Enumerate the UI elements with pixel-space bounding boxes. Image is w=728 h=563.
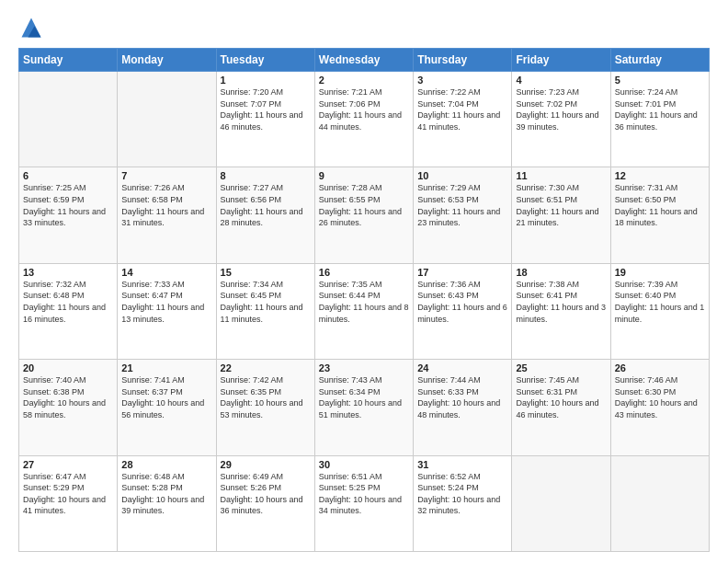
calendar-cell: 25 Sunrise: 7:45 AM Sunset: 6:31 PM Dayl… xyxy=(512,360,610,455)
day-info: Sunrise: 7:42 AM Sunset: 6:35 PM Dayligh… xyxy=(221,374,311,420)
calendar-cell: 20 Sunrise: 7:40 AM Sunset: 6:38 PM Dayl… xyxy=(19,360,118,455)
calendar-week-4: 20 Sunrise: 7:40 AM Sunset: 6:38 PM Dayl… xyxy=(19,360,710,455)
day-number: 20 xyxy=(23,362,113,373)
day-number: 2 xyxy=(319,75,409,86)
day-number: 1 xyxy=(221,75,311,86)
calendar-cell xyxy=(118,72,216,167)
day-number: 26 xyxy=(615,362,705,373)
day-info: Sunrise: 7:44 AM Sunset: 6:33 PM Dayligh… xyxy=(417,374,507,420)
calendar-cell: 12 Sunrise: 7:31 AM Sunset: 6:50 PM Dayl… xyxy=(610,167,709,263)
calendar-cell: 6 Sunrise: 7:25 AM Sunset: 6:59 PM Dayli… xyxy=(19,167,118,263)
calendar-cell: 23 Sunrise: 7:43 AM Sunset: 6:34 PM Dayl… xyxy=(314,360,413,455)
weekday-header-friday: Friday xyxy=(512,49,610,72)
day-number: 6 xyxy=(23,170,113,181)
calendar-cell: 10 Sunrise: 7:29 AM Sunset: 6:53 PM Dayl… xyxy=(414,167,512,263)
weekday-header-saturday: Saturday xyxy=(610,49,709,72)
day-number: 28 xyxy=(121,459,211,470)
day-info: Sunrise: 7:41 AM Sunset: 6:37 PM Dayligh… xyxy=(121,374,211,420)
calendar-cell: 2 Sunrise: 7:21 AM Sunset: 7:06 PM Dayli… xyxy=(314,72,413,167)
calendar-cell: 26 Sunrise: 7:46 AM Sunset: 6:30 PM Dayl… xyxy=(610,360,709,455)
day-info: Sunrise: 7:26 AM Sunset: 6:58 PM Dayligh… xyxy=(121,182,211,228)
day-number: 3 xyxy=(417,75,507,86)
day-info: Sunrise: 7:30 AM Sunset: 6:51 PM Dayligh… xyxy=(516,182,606,228)
logo xyxy=(18,15,48,40)
calendar-cell: 24 Sunrise: 7:44 AM Sunset: 6:33 PM Dayl… xyxy=(414,360,512,455)
weekday-header-wednesday: Wednesday xyxy=(314,49,413,72)
calendar-week-1: 1 Sunrise: 7:20 AM Sunset: 7:07 PM Dayli… xyxy=(19,72,710,167)
calendar-cell: 30 Sunrise: 6:51 AM Sunset: 5:25 PM Dayl… xyxy=(314,455,413,551)
day-number: 16 xyxy=(319,267,409,278)
calendar-cell: 13 Sunrise: 7:32 AM Sunset: 6:48 PM Dayl… xyxy=(19,263,118,359)
calendar-cell: 31 Sunrise: 6:52 AM Sunset: 5:24 PM Dayl… xyxy=(414,455,512,551)
day-number: 23 xyxy=(319,362,409,373)
weekday-header-thursday: Thursday xyxy=(414,49,512,72)
day-info: Sunrise: 7:39 AM Sunset: 6:40 PM Dayligh… xyxy=(615,279,705,325)
calendar-cell xyxy=(19,72,118,167)
day-number: 30 xyxy=(319,459,409,470)
day-info: Sunrise: 7:40 AM Sunset: 6:38 PM Dayligh… xyxy=(23,374,113,420)
day-number: 27 xyxy=(23,459,113,470)
day-info: Sunrise: 6:47 AM Sunset: 5:29 PM Dayligh… xyxy=(23,471,113,517)
page: SundayMondayTuesdayWednesdayThursdayFrid… xyxy=(0,0,728,563)
calendar-cell: 17 Sunrise: 7:36 AM Sunset: 6:43 PM Dayl… xyxy=(414,263,512,359)
day-number: 29 xyxy=(221,459,311,470)
day-info: Sunrise: 7:34 AM Sunset: 6:45 PM Dayligh… xyxy=(221,279,311,325)
calendar-cell: 11 Sunrise: 7:30 AM Sunset: 6:51 PM Dayl… xyxy=(512,167,610,263)
calendar-cell: 8 Sunrise: 7:27 AM Sunset: 6:56 PM Dayli… xyxy=(216,167,314,263)
day-number: 18 xyxy=(516,267,606,278)
day-number: 17 xyxy=(417,267,507,278)
day-info: Sunrise: 7:31 AM Sunset: 6:50 PM Dayligh… xyxy=(615,182,705,228)
day-info: Sunrise: 7:27 AM Sunset: 6:56 PM Dayligh… xyxy=(221,182,311,228)
calendar-cell: 15 Sunrise: 7:34 AM Sunset: 6:45 PM Dayl… xyxy=(216,263,314,359)
day-info: Sunrise: 7:33 AM Sunset: 6:47 PM Dayligh… xyxy=(121,279,211,325)
header xyxy=(18,15,710,40)
day-info: Sunrise: 7:25 AM Sunset: 6:59 PM Dayligh… xyxy=(23,182,113,228)
day-number: 24 xyxy=(417,362,507,373)
weekday-header-tuesday: Tuesday xyxy=(216,49,314,72)
day-number: 22 xyxy=(221,362,311,373)
day-info: Sunrise: 7:28 AM Sunset: 6:55 PM Dayligh… xyxy=(319,182,409,228)
calendar-week-5: 27 Sunrise: 6:47 AM Sunset: 5:29 PM Dayl… xyxy=(19,455,710,551)
day-info: Sunrise: 7:32 AM Sunset: 6:48 PM Dayligh… xyxy=(23,279,113,325)
day-info: Sunrise: 7:23 AM Sunset: 7:02 PM Dayligh… xyxy=(516,86,606,132)
calendar-cell xyxy=(512,455,610,551)
day-info: Sunrise: 7:20 AM Sunset: 7:07 PM Dayligh… xyxy=(221,86,311,132)
day-info: Sunrise: 7:35 AM Sunset: 6:44 PM Dayligh… xyxy=(319,279,409,325)
day-info: Sunrise: 7:43 AM Sunset: 6:34 PM Dayligh… xyxy=(319,374,409,420)
calendar-cell: 29 Sunrise: 6:49 AM Sunset: 5:26 PM Dayl… xyxy=(216,455,314,551)
calendar-cell: 21 Sunrise: 7:41 AM Sunset: 6:37 PM Dayl… xyxy=(118,360,216,455)
calendar-cell: 9 Sunrise: 7:28 AM Sunset: 6:55 PM Dayli… xyxy=(314,167,413,263)
weekday-header-monday: Monday xyxy=(118,49,216,72)
day-number: 5 xyxy=(615,75,705,86)
day-info: Sunrise: 7:22 AM Sunset: 7:04 PM Dayligh… xyxy=(417,86,507,132)
calendar-cell xyxy=(610,455,709,551)
day-info: Sunrise: 6:49 AM Sunset: 5:26 PM Dayligh… xyxy=(221,471,311,517)
calendar-table: SundayMondayTuesdayWednesdayThursdayFrid… xyxy=(18,48,710,552)
day-info: Sunrise: 6:51 AM Sunset: 5:25 PM Dayligh… xyxy=(319,471,409,517)
calendar-cell: 28 Sunrise: 6:48 AM Sunset: 5:28 PM Dayl… xyxy=(118,455,216,551)
day-number: 12 xyxy=(615,170,705,181)
day-number: 14 xyxy=(121,267,211,278)
day-number: 10 xyxy=(417,170,507,181)
day-info: Sunrise: 6:52 AM Sunset: 5:24 PM Dayligh… xyxy=(417,471,507,517)
day-info: Sunrise: 7:24 AM Sunset: 7:01 PM Dayligh… xyxy=(615,86,705,132)
day-info: Sunrise: 7:21 AM Sunset: 7:06 PM Dayligh… xyxy=(319,86,409,132)
day-info: Sunrise: 7:29 AM Sunset: 6:53 PM Dayligh… xyxy=(417,182,507,228)
day-number: 8 xyxy=(221,170,311,181)
day-number: 25 xyxy=(516,362,606,373)
calendar-cell: 1 Sunrise: 7:20 AM Sunset: 7:07 PM Dayli… xyxy=(216,72,314,167)
day-number: 21 xyxy=(121,362,211,373)
calendar-cell: 19 Sunrise: 7:39 AM Sunset: 6:40 PM Dayl… xyxy=(610,263,709,359)
logo-icon xyxy=(18,15,44,40)
calendar-cell: 16 Sunrise: 7:35 AM Sunset: 6:44 PM Dayl… xyxy=(314,263,413,359)
calendar-cell: 3 Sunrise: 7:22 AM Sunset: 7:04 PM Dayli… xyxy=(414,72,512,167)
day-number: 11 xyxy=(516,170,606,181)
day-number: 9 xyxy=(319,170,409,181)
day-number: 7 xyxy=(121,170,211,181)
day-number: 19 xyxy=(615,267,705,278)
weekday-header-row: SundayMondayTuesdayWednesdayThursdayFrid… xyxy=(19,49,710,72)
day-number: 4 xyxy=(516,75,606,86)
calendar-cell: 27 Sunrise: 6:47 AM Sunset: 5:29 PM Dayl… xyxy=(19,455,118,551)
day-number: 15 xyxy=(221,267,311,278)
day-info: Sunrise: 7:46 AM Sunset: 6:30 PM Dayligh… xyxy=(615,374,705,420)
